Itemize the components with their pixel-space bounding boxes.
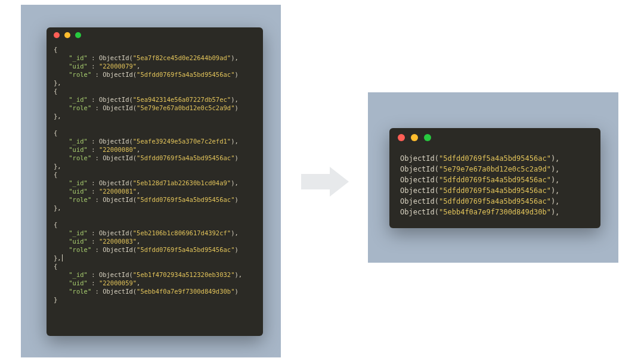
close-icon <box>54 32 60 38</box>
zoom-icon <box>75 32 81 38</box>
close-icon <box>398 134 405 141</box>
minimize-icon <box>411 134 418 141</box>
objectid-token: ObjectId <box>99 54 129 61</box>
role-value: 5dfdd0769f5a4a5bd95456ac <box>140 71 231 78</box>
result-code-block: ObjectId("5dfdd0769f5a4a5bd95456ac"), Ob… <box>389 147 600 223</box>
terminal-titlebar <box>389 128 600 147</box>
id-value: 5ea7f82ce45d0e22644b09ad <box>137 54 227 61</box>
source-documents-terminal: { "_id" : ObjectId("5ea7f82ce45d0e22644b… <box>47 27 263 336</box>
diagram-stage: { "_id" : ObjectId("5ea7f82ce45d0e22644b… <box>0 0 644 358</box>
text-cursor <box>62 254 63 262</box>
objectid-token: ObjectId <box>400 154 435 163</box>
transform-arrow-icon <box>301 167 349 197</box>
key-role: "role" <box>69 71 91 78</box>
zoom-icon <box>424 134 431 141</box>
source-code-block: { "_id" : ObjectId("5ea7f82ce45d0e22644b… <box>47 43 263 309</box>
brace-open: { <box>54 46 57 53</box>
key-uid: "uid" <box>69 63 88 70</box>
arrow-head <box>330 167 349 197</box>
key-id: "_id" <box>69 54 88 61</box>
terminal-titlebar <box>47 27 263 43</box>
minimize-icon <box>64 32 70 38</box>
role-value: 5dfdd0769f5a4a5bd95456ac <box>443 154 546 163</box>
uid-value: 22000079 <box>103 63 133 70</box>
result-roles-terminal: ObjectId("5dfdd0769f5a4a5bd95456ac"), Ob… <box>389 128 600 228</box>
arrow-shaft <box>301 174 330 189</box>
